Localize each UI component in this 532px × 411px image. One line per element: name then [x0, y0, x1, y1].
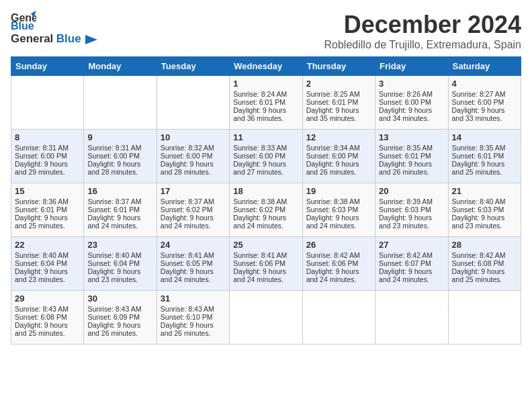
- col-header-tuesday: Tuesday: [157, 57, 229, 76]
- calendar-cell: 9Sunrise: 8:31 AMSunset: 6:00 PMDaylight…: [84, 130, 157, 183]
- day-info: Sunset: 6:00 PM: [379, 98, 444, 106]
- day-info: Sunrise: 8:41 AM: [233, 251, 298, 259]
- day-number: 11: [233, 132, 298, 142]
- calendar-cell: 29Sunrise: 8:43 AMSunset: 6:08 PMDayligh…: [11, 291, 84, 345]
- calendar-cell: 1Sunrise: 8:24 AMSunset: 6:01 PMDaylight…: [230, 76, 302, 130]
- day-number: 13: [379, 132, 444, 142]
- day-info: Daylight: 9 hours and 29 minutes.: [15, 160, 80, 176]
- week-row-5: 29Sunrise: 8:43 AMSunset: 6:08 PMDayligh…: [11, 291, 521, 345]
- day-info: Sunrise: 8:42 AM: [452, 251, 517, 259]
- day-info: Sunrise: 8:35 AM: [452, 144, 517, 152]
- day-info: Sunrise: 8:31 AM: [87, 144, 152, 152]
- day-info: Sunset: 6:02 PM: [161, 205, 226, 214]
- calendar-cell: 12Sunrise: 8:34 AMSunset: 6:00 PMDayligh…: [302, 130, 375, 183]
- day-info: Sunset: 6:00 PM: [233, 152, 298, 160]
- day-info: Sunset: 6:01 PM: [306, 98, 371, 106]
- day-number: 19: [306, 186, 371, 196]
- day-info: Sunrise: 8:27 AM: [452, 90, 517, 98]
- day-info: Sunrise: 8:34 AM: [306, 144, 371, 152]
- day-info: Daylight: 9 hours and 23 minutes.: [15, 267, 80, 283]
- day-info: Sunrise: 8:39 AM: [379, 197, 444, 205]
- calendar-cell: [230, 291, 302, 345]
- day-info: Daylight: 9 hours and 24 minutes.: [379, 267, 444, 283]
- day-info: Sunset: 6:00 PM: [87, 152, 152, 160]
- calendar-cell: 30Sunrise: 8:43 AMSunset: 6:09 PMDayligh…: [84, 291, 157, 345]
- calendar-cell: [84, 76, 157, 130]
- day-info: Daylight: 9 hours and 26 minutes.: [161, 321, 226, 337]
- calendar-cell: 13Sunrise: 8:35 AMSunset: 6:01 PMDayligh…: [375, 130, 448, 183]
- day-info: Sunrise: 8:43 AM: [161, 305, 226, 313]
- calendar-cell: 14Sunrise: 8:35 AMSunset: 6:01 PMDayligh…: [448, 130, 521, 183]
- calendar-cell: 2Sunrise: 8:25 AMSunset: 6:01 PMDaylight…: [302, 76, 375, 130]
- day-info: Daylight: 9 hours and 24 minutes.: [87, 214, 152, 230]
- day-info: Daylight: 9 hours and 24 minutes.: [233, 267, 298, 283]
- calendar-cell: 10Sunrise: 8:32 AMSunset: 6:00 PMDayligh…: [157, 130, 229, 183]
- day-info: Daylight: 9 hours and 24 minutes.: [161, 214, 226, 230]
- day-info: Daylight: 9 hours and 27 minutes.: [233, 160, 298, 176]
- day-info: Sunset: 6:05 PM: [161, 259, 226, 267]
- day-info: Sunrise: 8:37 AM: [161, 197, 226, 205]
- day-info: Daylight: 9 hours and 34 minutes.: [379, 106, 444, 122]
- header-row: SundayMondayTuesdayWednesdayThursdayFrid…: [11, 57, 521, 76]
- day-info: Daylight: 9 hours and 26 minutes.: [379, 160, 444, 176]
- day-info: Sunset: 6:10 PM: [161, 313, 226, 321]
- day-info: Daylight: 9 hours and 23 minutes.: [379, 214, 444, 230]
- calendar-cell: [448, 291, 521, 345]
- col-header-monday: Monday: [84, 57, 157, 76]
- day-number: 22: [15, 240, 80, 250]
- day-info: Sunrise: 8:41 AM: [161, 251, 226, 259]
- day-info: Daylight: 9 hours and 28 minutes.: [87, 160, 152, 176]
- day-info: Sunset: 6:02 PM: [233, 205, 298, 214]
- day-number: 21: [452, 186, 517, 196]
- logo-icon: General Blue: [11, 11, 36, 31]
- day-number: 14: [452, 132, 517, 142]
- day-info: Sunrise: 8:33 AM: [233, 144, 298, 152]
- header: General Blue General Blue December 2024 …: [11, 11, 521, 51]
- day-info: Sunrise: 8:40 AM: [452, 197, 517, 205]
- day-info: Sunrise: 8:40 AM: [15, 251, 80, 259]
- calendar-cell: 28Sunrise: 8:42 AMSunset: 6:08 PMDayligh…: [448, 237, 521, 291]
- calendar-cell: 3Sunrise: 8:26 AMSunset: 6:00 PMDaylight…: [375, 76, 448, 130]
- calendar-cell: 16Sunrise: 8:37 AMSunset: 6:01 PMDayligh…: [84, 183, 157, 237]
- day-info: Daylight: 9 hours and 26 minutes.: [87, 321, 152, 337]
- day-info: Sunset: 6:01 PM: [379, 152, 444, 160]
- col-header-thursday: Thursday: [302, 57, 375, 76]
- day-info: Daylight: 9 hours and 26 minutes.: [306, 160, 371, 176]
- day-number: 1: [233, 79, 298, 89]
- day-number: 28: [452, 240, 517, 250]
- day-info: Sunset: 6:01 PM: [233, 98, 298, 106]
- day-info: Sunset: 6:03 PM: [306, 205, 371, 214]
- day-number: 2: [306, 79, 371, 89]
- day-info: Sunset: 6:03 PM: [452, 205, 517, 214]
- day-info: Sunrise: 8:36 AM: [15, 197, 80, 205]
- day-info: Sunrise: 8:43 AM: [15, 305, 80, 313]
- calendar-cell: 4Sunrise: 8:27 AMSunset: 6:00 PMDaylight…: [448, 76, 521, 130]
- calendar-cell: 31Sunrise: 8:43 AMSunset: 6:10 PMDayligh…: [157, 291, 229, 345]
- day-info: Daylight: 9 hours and 25 minutes.: [452, 160, 517, 176]
- calendar-cell: 8Sunrise: 8:31 AMSunset: 6:00 PMDaylight…: [11, 130, 84, 183]
- day-info: Sunrise: 8:38 AM: [233, 197, 298, 205]
- svg-marker-3: [85, 35, 97, 44]
- day-info: Sunset: 6:08 PM: [15, 313, 80, 321]
- week-row-1: 1Sunrise: 8:24 AMSunset: 6:01 PMDaylight…: [11, 76, 521, 130]
- day-info: Sunrise: 8:37 AM: [87, 197, 152, 205]
- day-info: Daylight: 9 hours and 23 minutes.: [452, 214, 517, 230]
- calendar-cell: 27Sunrise: 8:42 AMSunset: 6:07 PMDayligh…: [375, 237, 448, 291]
- calendar-table: SundayMondayTuesdayWednesdayThursdayFrid…: [11, 56, 521, 345]
- calendar-cell: 15Sunrise: 8:36 AMSunset: 6:01 PMDayligh…: [11, 183, 84, 237]
- day-info: Sunset: 6:00 PM: [452, 98, 517, 106]
- calendar-cell: 21Sunrise: 8:40 AMSunset: 6:03 PMDayligh…: [448, 183, 521, 237]
- day-info: Sunrise: 8:24 AM: [233, 90, 298, 98]
- day-number: 29: [15, 293, 80, 304]
- day-info: Sunrise: 8:32 AM: [161, 144, 226, 152]
- day-number: 31: [161, 293, 226, 304]
- day-info: Daylight: 9 hours and 33 minutes.: [452, 106, 517, 122]
- day-number: 3: [379, 79, 444, 89]
- calendar-cell: 20Sunrise: 8:39 AMSunset: 6:03 PMDayligh…: [375, 183, 448, 237]
- day-info: Daylight: 9 hours and 24 minutes.: [306, 214, 371, 230]
- day-number: 15: [15, 186, 80, 196]
- day-info: Sunrise: 8:40 AM: [87, 251, 152, 259]
- day-number: 8: [15, 132, 80, 142]
- day-info: Sunrise: 8:43 AM: [87, 305, 152, 313]
- day-info: Sunrise: 8:31 AM: [15, 144, 80, 152]
